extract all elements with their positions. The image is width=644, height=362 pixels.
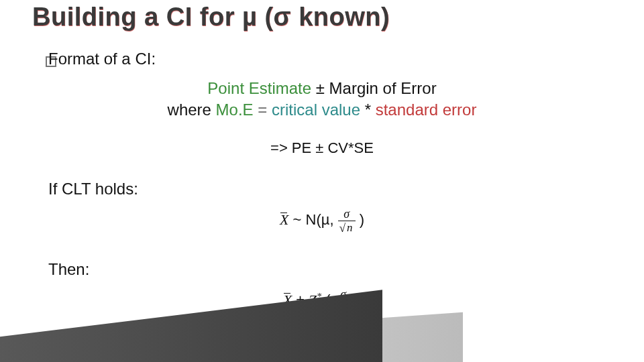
cv-text: critical value: [272, 101, 360, 119]
xbar-symbol: X: [280, 211, 288, 229]
slide: Building a CI for µ (σ known) Format of …: [0, 0, 644, 362]
equation-clt: X ~ N(µ, σ √n ): [0, 208, 644, 233]
sqrt-radicand: n: [345, 221, 354, 234]
equation-moe-breakdown: where Mo.E = critical value * standard e…: [0, 101, 644, 119]
moe-text: Mo.E: [216, 101, 254, 119]
moe-eq: =: [258, 101, 267, 119]
sqrt-icon: √: [339, 223, 345, 234]
margin-of-error-text: Margin of Error: [329, 79, 437, 97]
then-label: Then:: [48, 260, 89, 279]
plus-minus: ±: [316, 79, 329, 97]
clt-dist: ~ N(µ,: [293, 211, 338, 228]
clt-label: If CLT holds:: [48, 180, 138, 198]
fraction-den: √n: [338, 221, 356, 233]
fraction-num: σ: [338, 208, 356, 221]
point-estimate-text: Point Estimate: [207, 79, 311, 97]
se-text: standard error: [376, 101, 477, 119]
slide-title: Building a CI for µ (σ known): [32, 3, 390, 32]
moe-star: *: [365, 101, 371, 119]
clt-close: ): [360, 211, 364, 228]
sigma-over-rootn: σ √n: [338, 208, 356, 233]
where-text: where: [168, 101, 216, 119]
format-label: Format of a CI:: [48, 50, 156, 68]
equation-pe-cv-se: => PE ± CV*SE: [0, 139, 644, 157]
equation-pe-moe: Point Estimate ± Margin of Error: [0, 79, 644, 98]
